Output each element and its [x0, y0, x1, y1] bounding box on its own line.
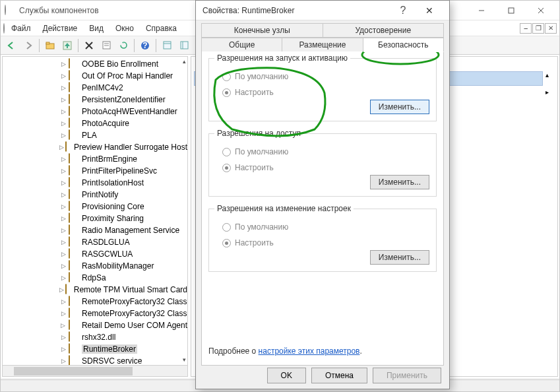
- tree-item[interactable]: ▷PersistentZoneIdentifier: [3, 94, 187, 106]
- minimize-button[interactable]: [466, 1, 496, 20]
- group-launch-activation: Разрешения на запуск и активацию По умол…: [208, 58, 437, 121]
- expander-icon[interactable]: ▷: [59, 73, 67, 79]
- tree-item[interactable]: ▷PrintIsolationHost: [3, 177, 187, 189]
- menu-help[interactable]: Справка: [140, 22, 182, 35]
- tree-item[interactable]: ▷RemoteProxyFactory32 Class: [3, 296, 187, 308]
- radio-launch-custom[interactable]: Настроить: [222, 88, 429, 97]
- tree-item[interactable]: ▷Remote TPM Virtual Smart Card: [3, 284, 187, 296]
- view1-button[interactable]: [159, 38, 175, 53]
- tree-item[interactable]: ▷RASGCWLUA: [3, 248, 187, 260]
- tab-endpoints[interactable]: Конечные узлы: [201, 23, 323, 38]
- expander-icon[interactable]: ▷: [59, 298, 67, 305]
- menu-action[interactable]: Действие: [38, 22, 83, 35]
- expander-icon[interactable]: ▷: [59, 132, 67, 139]
- ok-button[interactable]: OK: [267, 368, 306, 383]
- expander-icon[interactable]: ▷: [59, 203, 67, 210]
- close-button[interactable]: [526, 1, 555, 20]
- expander-icon[interactable]: ▷: [59, 144, 64, 150]
- tree-item[interactable]: ▷RuntimeBroker: [3, 343, 187, 355]
- dialog-help-button[interactable]: ?: [390, 5, 416, 16]
- delete-button[interactable]: [81, 38, 97, 53]
- tree-item[interactable]: ▷PhotoAcqHWEventHandler: [3, 106, 187, 117]
- tree-item[interactable]: ▷rshx32.dll: [3, 331, 187, 343]
- tab-identity[interactable]: Удостоверение: [323, 23, 445, 38]
- tree-item[interactable]: ▷Preview Handler Surrogate Host: [3, 141, 187, 153]
- tree-item[interactable]: ▷PrintNotify: [3, 189, 187, 201]
- radio-access-default[interactable]: По умолчанию: [222, 147, 429, 156]
- mdi-close[interactable]: ✕: [545, 23, 557, 34]
- tree-item[interactable]: ▷RasMobilityManager: [3, 260, 187, 272]
- tree-hscrollbar[interactable]: [3, 365, 187, 376]
- expander-icon[interactable]: ▷: [59, 96, 67, 103]
- tree-item[interactable]: ▷PhotoAcquire: [3, 117, 187, 129]
- tree-item[interactable]: ▷PrintFilterPipelineSvc: [3, 165, 187, 177]
- expander-icon[interactable]: ▷: [59, 358, 67, 364]
- menu-file[interactable]: Файл: [6, 22, 36, 35]
- expander-icon[interactable]: ▷: [59, 120, 67, 127]
- tree-item[interactable]: ▷Provisioning Core: [3, 201, 187, 212]
- expander-icon[interactable]: ▷: [59, 334, 67, 341]
- radio-config-custom[interactable]: Настроить: [222, 238, 429, 247]
- tab-security[interactable]: Безопасность: [363, 38, 444, 52]
- tab-location[interactable]: Размещение: [282, 38, 363, 51]
- expander-icon[interactable]: ▷: [59, 156, 67, 162]
- expander-icon[interactable]: ▷: [59, 322, 67, 329]
- right-panel-caret-right[interactable]: ▸: [545, 88, 555, 98]
- tree-item[interactable]: ▷Proximity Sharing: [3, 212, 187, 224]
- expander-icon[interactable]: ▷: [59, 168, 67, 174]
- mdi-restore[interactable]: ❐: [532, 23, 544, 34]
- radio-icon: [222, 239, 231, 247]
- radio-config-default[interactable]: По умолчанию: [222, 222, 429, 232]
- expander-icon[interactable]: ▷: [59, 191, 67, 198]
- expander-icon[interactable]: ▷: [59, 84, 67, 91]
- expander-icon[interactable]: ▷: [59, 215, 67, 222]
- tree-item[interactable]: ▷PLA: [3, 129, 187, 141]
- refresh-button[interactable]: [115, 38, 131, 53]
- expander-icon[interactable]: ▷: [59, 346, 67, 352]
- expander-icon[interactable]: ▷: [59, 239, 67, 245]
- help-button[interactable]: ?: [137, 38, 153, 53]
- radio-access-custom[interactable]: Настроить: [222, 163, 429, 172]
- maximize-button[interactable]: [496, 1, 526, 20]
- edit-config-button[interactable]: Изменить...: [370, 250, 429, 265]
- menu-view[interactable]: Вид: [84, 22, 109, 35]
- tree-item[interactable]: ▷Retail Demo User COM Agent: [3, 319, 187, 331]
- mdi-minimize[interactable]: ‒: [520, 23, 532, 34]
- tree-scroll-up[interactable]: ▴: [183, 58, 186, 65]
- radio-launch-default[interactable]: По умолчанию: [222, 72, 429, 81]
- tree-list[interactable]: ▷OOBE Bio Enrollment▷Out Of Proc Mapi Ha…: [3, 57, 187, 368]
- tree-item[interactable]: ▷RASDLGLUA: [3, 236, 187, 248]
- expander-icon[interactable]: ▷: [59, 251, 67, 257]
- tree-scroll-down[interactable]: ▾: [183, 356, 186, 363]
- back-button[interactable]: [3, 38, 19, 53]
- properties-button[interactable]: [98, 38, 114, 53]
- footer-link[interactable]: настройке этих параметров: [259, 346, 360, 356]
- tree-item[interactable]: ▷OOBE Bio Enrollment: [3, 58, 187, 70]
- tab-general[interactable]: Общие: [201, 38, 282, 51]
- up-button[interactable]: [59, 38, 75, 53]
- right-panel-caret-up[interactable]: ▴: [545, 71, 555, 81]
- expander-icon[interactable]: ▷: [59, 61, 67, 67]
- tree-item[interactable]: ▷Out Of Proc Mapi Handler: [3, 70, 187, 82]
- expander-icon[interactable]: ▷: [59, 180, 67, 186]
- tree-item[interactable]: ▷PenIMC4v2: [3, 82, 187, 94]
- tree-item[interactable]: ▷PrintBrmEngine: [3, 153, 187, 165]
- edit-launch-button[interactable]: Изменить...: [370, 100, 429, 114]
- view2-button[interactable]: [176, 38, 192, 53]
- expander-icon[interactable]: ▷: [59, 310, 67, 317]
- expander-icon[interactable]: ▷: [59, 263, 67, 269]
- forward-button[interactable]: [20, 38, 36, 53]
- apply-button[interactable]: Применить: [373, 368, 441, 383]
- expander-icon[interactable]: ▷: [59, 286, 64, 293]
- expander-icon[interactable]: ▷: [59, 275, 67, 281]
- folder-button[interactable]: [42, 38, 58, 53]
- expander-icon[interactable]: ▷: [59, 227, 67, 234]
- edit-access-button[interactable]: Изменить...: [370, 175, 429, 189]
- tree-item[interactable]: ▷RemoteProxyFactory32 Class: [3, 308, 187, 319]
- cancel-button[interactable]: Отмена: [311, 368, 367, 383]
- dialog-close-button[interactable]: ✕: [416, 5, 443, 16]
- tree-item[interactable]: ▷Radio Management Service: [3, 224, 187, 236]
- tree-item[interactable]: ▷RdpSa: [3, 272, 187, 284]
- expander-icon[interactable]: ▷: [59, 108, 67, 115]
- menu-window[interactable]: Окно: [110, 22, 139, 35]
